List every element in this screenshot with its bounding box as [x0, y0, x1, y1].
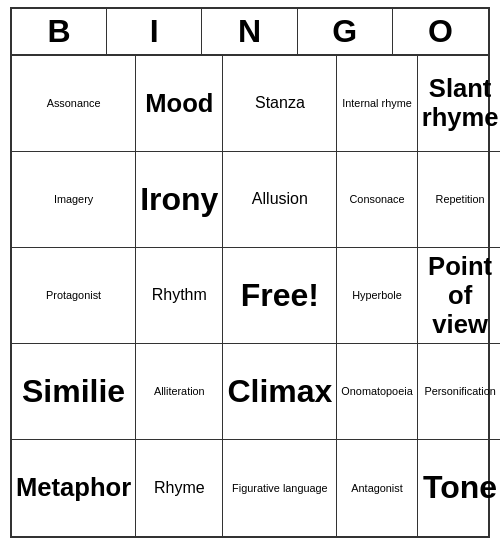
- bingo-cell-7: Allusion: [223, 152, 337, 248]
- cell-text-15: Similie: [22, 373, 125, 410]
- bingo-cell-5: Imagery: [12, 152, 136, 248]
- header-letter-i: I: [107, 9, 202, 54]
- bingo-cell-18: Onomatopoeia: [337, 344, 417, 440]
- bingo-header: BINGO: [12, 9, 488, 56]
- cell-text-11: Rhythm: [152, 286, 207, 304]
- header-letter-o: O: [393, 9, 488, 54]
- cell-text-5: Imagery: [54, 193, 93, 205]
- cell-text-10: Protagonist: [46, 289, 101, 301]
- bingo-grid: AssonanceMoodStanzaInternal rhymeSlant r…: [12, 56, 488, 536]
- cell-text-22: Figurative language: [232, 482, 328, 494]
- bingo-cell-10: Protagonist: [12, 248, 136, 344]
- cell-text-17: Climax: [227, 373, 332, 410]
- bingo-cell-6: Irony: [136, 152, 223, 248]
- bingo-cell-19: Personification: [418, 344, 500, 440]
- cell-text-9: Repetition: [436, 193, 485, 205]
- bingo-cell-21: Rhyme: [136, 440, 223, 536]
- bingo-cell-16: Alliteration: [136, 344, 223, 440]
- cell-text-13: Hyperbole: [352, 289, 402, 301]
- cell-text-1: Mood: [145, 89, 213, 118]
- header-letter-g: G: [298, 9, 393, 54]
- bingo-cell-1: Mood: [136, 56, 223, 152]
- cell-text-21: Rhyme: [154, 479, 205, 497]
- bingo-card: BINGO AssonanceMoodStanzaInternal rhymeS…: [10, 7, 490, 538]
- bingo-cell-14: Point of view: [418, 248, 500, 344]
- cell-text-6: Irony: [140, 181, 218, 218]
- cell-text-2: Stanza: [255, 94, 305, 112]
- bingo-cell-12: Free!: [223, 248, 337, 344]
- bingo-cell-4: Slant rhyme: [418, 56, 500, 152]
- bingo-cell-11: Rhythm: [136, 248, 223, 344]
- bingo-cell-8: Consonace: [337, 152, 417, 248]
- cell-text-18: Onomatopoeia: [341, 385, 412, 397]
- cell-text-16: Alliteration: [154, 385, 205, 397]
- cell-text-7: Allusion: [252, 190, 308, 208]
- cell-text-24: Tone: [423, 469, 497, 506]
- bingo-cell-3: Internal rhyme: [337, 56, 417, 152]
- cell-text-12: Free!: [241, 277, 319, 314]
- cell-text-4: Slant rhyme: [422, 74, 499, 132]
- bingo-cell-22: Figurative language: [223, 440, 337, 536]
- bingo-cell-0: Assonance: [12, 56, 136, 152]
- header-letter-b: B: [12, 9, 107, 54]
- bingo-cell-20: Metaphor: [12, 440, 136, 536]
- cell-text-19: Personification: [424, 385, 495, 397]
- bingo-cell-13: Hyperbole: [337, 248, 417, 344]
- cell-text-14: Point of view: [422, 252, 499, 339]
- bingo-cell-15: Similie: [12, 344, 136, 440]
- cell-text-0: Assonance: [47, 97, 101, 109]
- bingo-cell-17: Climax: [223, 344, 337, 440]
- bingo-cell-23: Antagonist: [337, 440, 417, 536]
- cell-text-23: Antagonist: [351, 482, 402, 494]
- cell-text-3: Internal rhyme: [342, 97, 412, 109]
- header-letter-n: N: [202, 9, 297, 54]
- bingo-cell-2: Stanza: [223, 56, 337, 152]
- cell-text-20: Metaphor: [16, 473, 131, 502]
- bingo-cell-9: Repetition: [418, 152, 500, 248]
- bingo-cell-24: Tone: [418, 440, 500, 536]
- cell-text-8: Consonace: [350, 193, 405, 205]
